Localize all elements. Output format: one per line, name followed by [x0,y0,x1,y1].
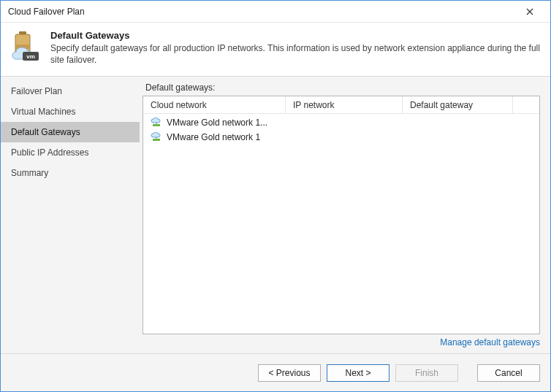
svg-rect-0 [19,31,26,34]
table-body: VMware Gold network 1... VMware Gold net… [143,114,539,334]
cell-cloud-network: VMware Gold network 1... [167,118,267,128]
column-tail [513,96,539,113]
previous-button[interactable]: < Previous [258,364,321,382]
svg-text:vm: vm [26,53,35,60]
svg-rect-5 [153,124,160,126]
header-subtitle: Specify default gateways for all product… [50,42,542,66]
header-text: Default Gateways Specify default gateway… [50,30,542,66]
cloud-network-icon [151,118,162,128]
wizard-header: vm Default Gateways Specify default gate… [1,23,550,77]
finish-button: Finish [395,364,458,382]
header-icon: vm [10,30,42,62]
titlebar: Cloud Failover Plan [1,1,550,23]
sidebar-item-summary[interactable]: Summary [1,163,140,183]
sidebar-item-virtual-machines[interactable]: Virtual Machines [1,101,140,122]
next-button[interactable]: Next > [327,364,390,382]
close-button[interactable] [515,1,544,22]
column-cloud-network[interactable]: Cloud network [143,96,286,113]
column-default-gateway[interactable]: Default gateway [403,96,513,113]
gateways-table: Cloud network IP network Default gateway… [142,96,540,334]
cloud-network-icon [151,132,162,142]
sidebar-item-failover-plan[interactable]: Failover Plan [1,81,140,101]
wizard-body: Failover Plan Virtual Machines Default G… [1,77,550,353]
svg-rect-7 [153,139,160,141]
close-icon [526,8,533,15]
sidebar-item-default-gateways[interactable]: Default Gateways [1,122,140,142]
section-label: Default gateways: [142,82,540,93]
wizard-footer: < Previous Next > Finish Cancel [1,353,550,391]
cancel-button[interactable]: Cancel [477,364,540,382]
sidebar-item-public-ip-addresses[interactable]: Public IP Addresses [1,142,140,163]
main-panel: Default gateways: Cloud network IP netwo… [140,77,550,353]
cell-cloud-network: VMware Gold network 1 [167,132,260,142]
manage-default-gateways-link[interactable]: Manage default gateways [440,337,540,347]
table-row[interactable]: VMware Gold network 1 [143,130,539,145]
table-header: Cloud network IP network Default gateway [143,96,539,114]
manage-row: Manage default gateways [142,334,540,347]
wizard-sidebar: Failover Plan Virtual Machines Default G… [1,77,140,353]
table-row[interactable]: VMware Gold network 1... [143,115,539,130]
window-title: Cloud Failover Plan [8,7,515,17]
header-title: Default Gateways [50,30,542,41]
column-ip-network[interactable]: IP network [286,96,403,113]
